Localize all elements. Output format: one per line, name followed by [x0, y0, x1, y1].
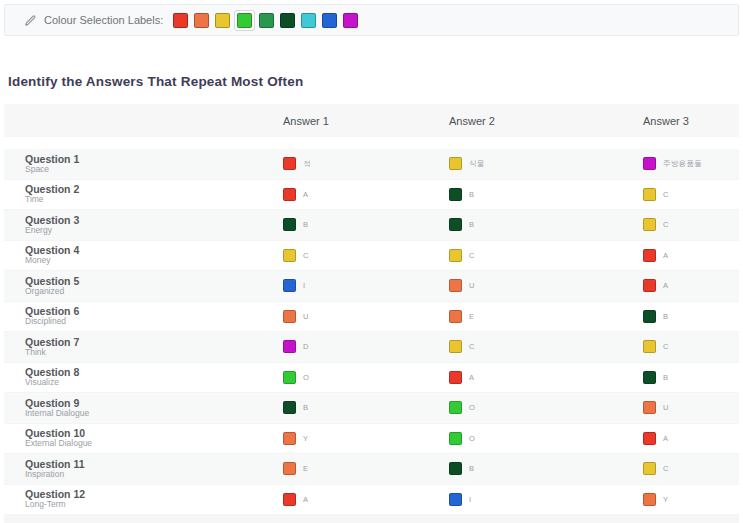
answer-cell[interactable]: C — [449, 249, 643, 262]
answer-label: A — [663, 251, 668, 260]
pencil-icon — [24, 14, 37, 27]
answer-color-swatch — [283, 218, 296, 231]
answer-color-swatch — [283, 371, 296, 384]
answer-color-swatch — [449, 188, 462, 201]
colour-swatch-cyan[interactable] — [301, 13, 316, 28]
answer-color-swatch — [283, 462, 296, 475]
answer-cell[interactable]: U — [449, 279, 643, 292]
answer-cell[interactable]: A — [449, 371, 643, 384]
answer-cell[interactable]: A — [643, 279, 739, 292]
table-row: Question 12 Long-Term A I Y — [4, 485, 739, 516]
question-cell: Question 10 External Dialogue — [4, 427, 283, 449]
answer-cell[interactable]: O — [449, 401, 643, 414]
answer-cell[interactable]: C — [449, 340, 643, 353]
answer-color-swatch — [643, 340, 656, 353]
answer-cell[interactable]: C — [643, 188, 739, 201]
answer-cell[interactable]: O — [283, 371, 449, 384]
colour-swatch-mid-green[interactable] — [259, 13, 274, 28]
answer-cell[interactable]: 식물 — [449, 157, 643, 170]
answer-cell[interactable]: B — [449, 218, 643, 231]
answer-label: B — [303, 403, 308, 412]
answer-label: C — [663, 464, 669, 473]
answer-cell[interactable]: A — [643, 249, 739, 262]
answer-cell[interactable]: 주방용품들 — [643, 157, 739, 170]
answer-color-swatch — [643, 279, 656, 292]
answer-label: C — [469, 251, 475, 260]
question-subtitle: Organized — [25, 287, 283, 297]
colour-swatch-yellow[interactable] — [215, 13, 230, 28]
answer-cell[interactable]: E — [449, 310, 643, 323]
answer-label: U — [303, 312, 309, 321]
answer-cell[interactable]: B — [643, 371, 739, 384]
answer-label: Y — [303, 434, 308, 443]
answer-cell[interactable]: B — [283, 218, 449, 231]
colour-selection-label: Colour Selection Labels: — [44, 14, 163, 26]
table-row: Question 2 Time A B C — [4, 180, 739, 211]
answer-label: D — [303, 342, 309, 351]
answer-color-swatch — [449, 340, 462, 353]
colour-swatch-bright-green[interactable] — [237, 13, 252, 28]
answer-label: B — [663, 312, 668, 321]
answer-cell[interactable]: B — [643, 310, 739, 323]
answer-cell[interactable]: A — [283, 188, 449, 201]
question-cell: Question 3 Energy — [4, 214, 283, 236]
answer-cell[interactable]: 적 — [283, 157, 449, 170]
answer-color-swatch — [283, 401, 296, 414]
answer-cell[interactable]: C — [643, 218, 739, 231]
answer-color-swatch — [449, 432, 462, 445]
page-title: Identify the Answers That Repeat Most Of… — [8, 74, 743, 89]
question-subtitle: Internal Dialogue — [25, 409, 283, 419]
answer-cell[interactable]: E — [283, 462, 449, 475]
answer-cell[interactable]: C — [283, 249, 449, 262]
answer-cell[interactable]: C — [643, 340, 739, 353]
answer-color-swatch — [449, 462, 462, 475]
question-cell: Question 4 Money — [4, 244, 283, 266]
answer-color-swatch — [283, 432, 296, 445]
answer-cell[interactable]: A — [283, 493, 449, 506]
answer-cell[interactable]: I — [283, 279, 449, 292]
table-header-row: Answer 1 Answer 2 Answer 3 — [4, 104, 739, 137]
answer-cell[interactable]: D — [283, 340, 449, 353]
table-row: Question 5 Organized I U A — [4, 271, 739, 302]
answer-cell[interactable]: B — [283, 401, 449, 414]
answer-cell[interactable]: B — [449, 462, 643, 475]
answer-cell[interactable]: O — [449, 432, 643, 445]
colour-swatch-blue[interactable] — [322, 13, 337, 28]
answer-cell[interactable]: Y — [643, 493, 739, 506]
question-cell: Question 11 Inspiration — [4, 458, 283, 480]
column-header-answer-3: Answer 3 — [643, 115, 739, 127]
answer-label: C — [663, 342, 669, 351]
answer-color-swatch — [449, 249, 462, 262]
answer-label: B — [663, 373, 668, 382]
answer-color-swatch — [643, 188, 656, 201]
answer-label: E — [469, 312, 474, 321]
selected-swatch-indicator — [234, 10, 255, 31]
table-row: Question 8 Visualize O A B — [4, 363, 739, 394]
answer-color-swatch — [283, 493, 296, 506]
answer-label: O — [469, 403, 475, 412]
answer-label: 주방용품들 — [663, 159, 702, 169]
column-header-answer-2: Answer 2 — [449, 115, 643, 127]
answer-label: C — [303, 251, 309, 260]
colour-swatch-magenta[interactable] — [343, 13, 358, 28]
question-subtitle: Energy — [25, 226, 283, 236]
question-title: Question 7 — [25, 336, 283, 348]
answer-label: A — [303, 190, 308, 199]
answer-cell[interactable]: U — [643, 401, 739, 414]
colour-swatch-orange[interactable] — [194, 13, 209, 28]
answer-label: A — [303, 495, 308, 504]
question-cell: Question 12 Long-Term — [4, 488, 283, 510]
answer-cell[interactable]: I — [449, 493, 643, 506]
colour-swatch-red[interactable] — [173, 13, 188, 28]
answer-cell[interactable]: A — [643, 432, 739, 445]
question-title: Question 8 — [25, 366, 283, 378]
answer-cell[interactable]: C — [643, 462, 739, 475]
answer-cell[interactable]: Y — [283, 432, 449, 445]
answer-cell[interactable]: U — [283, 310, 449, 323]
colour-swatch-dark-green[interactable] — [280, 13, 295, 28]
answer-label: B — [469, 464, 474, 473]
answer-cell[interactable]: B — [449, 188, 643, 201]
answer-color-swatch — [449, 279, 462, 292]
question-subtitle: Inspiration — [25, 470, 283, 480]
question-subtitle: Money — [25, 256, 283, 266]
